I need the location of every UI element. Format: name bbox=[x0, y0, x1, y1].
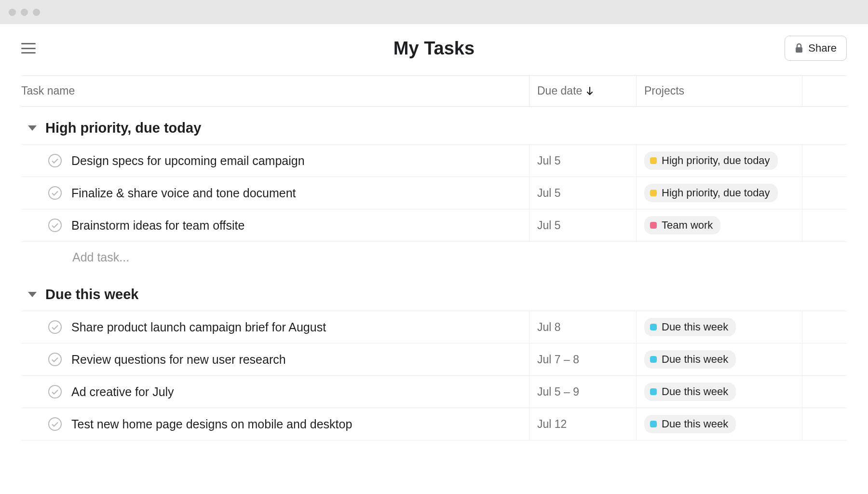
traffic-light-minimize[interactable] bbox=[21, 9, 28, 16]
project-tag-label: Due this week bbox=[662, 353, 728, 366]
task-row[interactable]: Test new home page designs on mobile and… bbox=[21, 408, 847, 440]
project-tag-label: High priority, due today bbox=[662, 187, 770, 199]
column-spacer bbox=[802, 76, 847, 106]
task-due-cell[interactable]: Jul 5 bbox=[529, 177, 637, 209]
share-button-label: Share bbox=[808, 42, 837, 55]
section-header[interactable]: High priority, due today bbox=[21, 107, 847, 145]
project-tag[interactable]: High priority, due today bbox=[644, 184, 778, 202]
project-tag[interactable]: Due this week bbox=[644, 318, 736, 336]
menu-icon[interactable] bbox=[21, 43, 36, 54]
task-project-cell[interactable]: Due this week bbox=[637, 343, 802, 375]
task-project-cell[interactable]: High priority, due today bbox=[637, 145, 802, 177]
row-spacer bbox=[802, 311, 847, 343]
task-name-cell[interactable]: Design specs for upcoming email campaign bbox=[21, 145, 529, 177]
row-spacer bbox=[802, 408, 847, 440]
check-icon bbox=[52, 325, 58, 330]
row-spacer bbox=[802, 343, 847, 375]
task-due: Jul 5 bbox=[537, 187, 561, 200]
project-tag[interactable]: Team work bbox=[644, 216, 720, 234]
svg-rect-0 bbox=[796, 47, 802, 53]
section-title: High priority, due today bbox=[45, 120, 201, 136]
check-icon bbox=[52, 422, 58, 427]
page-header: My Tasks Share bbox=[0, 24, 868, 75]
task-due-cell[interactable]: Jul 7 – 8 bbox=[529, 343, 637, 375]
complete-checkbox[interactable] bbox=[48, 154, 62, 167]
project-tag-label: Due this week bbox=[662, 321, 728, 333]
task-project-cell[interactable]: Due this week bbox=[637, 408, 802, 440]
section-title: Due this week bbox=[45, 287, 138, 302]
task-row[interactable]: Brainstorm ideas for team offsiteJul 5Te… bbox=[21, 209, 847, 242]
complete-checkbox[interactable] bbox=[48, 417, 62, 431]
task-row[interactable]: Finalize & share voice and tone document… bbox=[21, 177, 847, 209]
complete-checkbox[interactable] bbox=[48, 353, 62, 366]
project-tag-color bbox=[650, 190, 657, 196]
task-due-cell[interactable]: Jul 5 bbox=[529, 209, 637, 241]
task-title: Test new home page designs on mobile and… bbox=[71, 417, 352, 431]
task-title: Ad creative for July bbox=[71, 385, 174, 399]
section-header[interactable]: Due this week bbox=[21, 273, 847, 311]
task-name-cell[interactable]: Share product launch campaign brief for … bbox=[21, 311, 529, 343]
project-tag[interactable]: Due this week bbox=[644, 383, 736, 401]
row-spacer bbox=[802, 376, 847, 408]
column-name-label: Task name bbox=[21, 84, 75, 97]
row-spacer bbox=[802, 145, 847, 177]
check-icon bbox=[52, 223, 58, 228]
task-name-cell[interactable]: Review questions for new user research bbox=[21, 343, 529, 375]
sort-desc-icon bbox=[586, 87, 594, 96]
add-task-input[interactable]: Add task... bbox=[21, 242, 847, 273]
task-due: Jul 5 – 9 bbox=[537, 385, 579, 398]
check-icon bbox=[52, 357, 58, 362]
column-projects-label: Projects bbox=[644, 84, 684, 97]
task-project-cell[interactable]: High priority, due today bbox=[637, 177, 802, 209]
check-icon bbox=[52, 158, 58, 164]
task-name-cell[interactable]: Brainstorm ideas for team offsite bbox=[21, 209, 529, 241]
task-due-cell[interactable]: Jul 12 bbox=[529, 408, 637, 440]
column-due-label: Due date bbox=[537, 84, 582, 97]
task-name-cell[interactable]: Test new home page designs on mobile and… bbox=[21, 408, 529, 440]
page-title: My Tasks bbox=[393, 38, 475, 59]
project-tag-color bbox=[650, 157, 657, 164]
task-project-cell[interactable]: Due this week bbox=[637, 376, 802, 408]
complete-checkbox[interactable] bbox=[48, 186, 62, 200]
complete-checkbox[interactable] bbox=[48, 219, 62, 232]
task-title: Brainstorm ideas for team offsite bbox=[71, 219, 244, 233]
task-name-cell[interactable]: Finalize & share voice and tone document bbox=[21, 177, 529, 209]
traffic-light-close[interactable] bbox=[9, 9, 16, 16]
task-project-cell[interactable]: Team work bbox=[637, 209, 802, 241]
caret-down-icon bbox=[28, 292, 37, 297]
complete-checkbox[interactable] bbox=[48, 385, 62, 398]
task-due: Jul 7 – 8 bbox=[537, 353, 579, 366]
task-title: Design specs for upcoming email campaign bbox=[71, 154, 305, 168]
column-due-date[interactable]: Due date bbox=[529, 76, 637, 106]
task-due: Jul 12 bbox=[537, 418, 567, 431]
task-due-cell[interactable]: Jul 5 – 9 bbox=[529, 376, 637, 408]
traffic-light-zoom[interactable] bbox=[33, 9, 40, 16]
row-spacer bbox=[802, 209, 847, 241]
column-name[interactable]: Task name bbox=[21, 76, 529, 106]
project-tag[interactable]: High priority, due today bbox=[644, 151, 778, 170]
task-title: Share product launch campaign brief for … bbox=[71, 320, 326, 334]
project-tag-label: High priority, due today bbox=[662, 154, 770, 167]
task-due: Jul 8 bbox=[537, 321, 561, 334]
column-headers: Task name Due date Projects bbox=[21, 75, 847, 107]
task-due: Jul 5 bbox=[537, 154, 561, 167]
complete-checkbox[interactable] bbox=[48, 320, 62, 334]
lock-icon bbox=[795, 43, 803, 53]
task-row[interactable]: Review questions for new user researchJu… bbox=[21, 343, 847, 376]
task-title: Review questions for new user research bbox=[71, 353, 286, 367]
task-row[interactable]: Share product launch campaign brief for … bbox=[21, 311, 847, 343]
task-row[interactable]: Design specs for upcoming email campaign… bbox=[21, 144, 847, 177]
task-name-cell[interactable]: Ad creative for July bbox=[21, 376, 529, 408]
task-due-cell[interactable]: Jul 5 bbox=[529, 145, 637, 177]
task-title: Finalize & share voice and tone document bbox=[71, 186, 296, 200]
project-tag-label: Due this week bbox=[662, 418, 728, 430]
task-due-cell[interactable]: Jul 8 bbox=[529, 311, 637, 343]
project-tag-label: Team work bbox=[662, 219, 713, 232]
column-projects[interactable]: Projects bbox=[637, 76, 802, 106]
project-tag[interactable]: Due this week bbox=[644, 415, 736, 433]
task-project-cell[interactable]: Due this week bbox=[637, 311, 802, 343]
task-row[interactable]: Ad creative for JulyJul 5 – 9Due this we… bbox=[21, 375, 847, 408]
caret-down-icon bbox=[28, 125, 37, 131]
project-tag[interactable]: Due this week bbox=[644, 350, 736, 369]
share-button[interactable]: Share bbox=[785, 36, 847, 61]
